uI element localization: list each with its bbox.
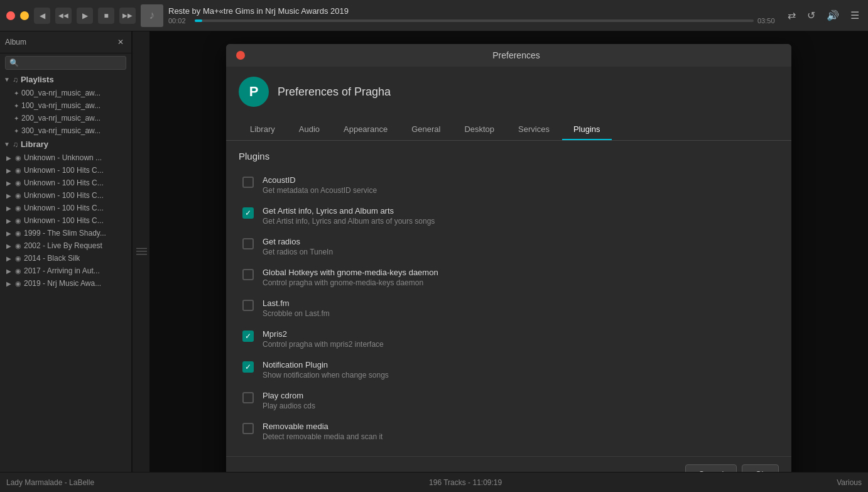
tab-library[interactable]: Library bbox=[239, 119, 286, 140]
tab-general[interactable]: General bbox=[400, 119, 452, 140]
library-item-disc-3: ◉ bbox=[15, 192, 21, 200]
library-item-6[interactable]: ▶ ◉ 1999 - The Slim Shady... bbox=[0, 227, 131, 239]
ok-button[interactable]: Ok bbox=[742, 464, 779, 472]
library-item-disc-6: ◉ bbox=[15, 229, 21, 238]
track-info: Reste by Ma+«tre Gims in Nrj Music Award… bbox=[168, 6, 780, 25]
plugin-checkbox-radios[interactable] bbox=[242, 238, 254, 249]
library-item-arrow-10: ▶ bbox=[6, 280, 13, 287]
plugin-info-removable: Removable media Detect removable media a… bbox=[263, 422, 382, 441]
plugin-checkbox-lastfm[interactable] bbox=[242, 300, 254, 311]
library-item-8[interactable]: ▶ ◉ 2014 - Black Silk bbox=[0, 252, 131, 265]
library-section: ▼ ♫ Library ▶ ◉ Unknown - Unknown ... ▶ … bbox=[0, 137, 131, 290]
playlists-label: Playlists bbox=[21, 75, 54, 84]
playlist-item-label-1: 100_va-nrj_music_aw... bbox=[21, 101, 100, 110]
play-btn[interactable]: ▶ bbox=[77, 8, 93, 24]
tab-appearance[interactable]: Appearance bbox=[332, 119, 399, 140]
plugin-desc-notification: Show notification when change songs bbox=[263, 371, 389, 380]
playlists-toggle-icon: ▼ bbox=[4, 76, 10, 83]
search-input[interactable] bbox=[5, 56, 126, 70]
volume-icon: ||| bbox=[134, 247, 148, 256]
library-item-disc-10: ◉ bbox=[15, 280, 21, 288]
library-item-label-3: Unknown - 100 Hits C... bbox=[24, 191, 104, 200]
playlist-item-0[interactable]: ✦ 000_va-nrj_music_aw... bbox=[0, 87, 131, 99]
rewind-btn[interactable]: ◀◀ bbox=[55, 8, 72, 24]
library-item-4[interactable]: ▶ ◉ Unknown - 100 Hits C... bbox=[0, 202, 131, 214]
plugin-checkbox-acoustid[interactable] bbox=[242, 177, 254, 188]
library-label: Library bbox=[21, 139, 48, 149]
library-item-arrow-2: ▶ bbox=[6, 180, 13, 187]
prev-btn[interactable]: ◀ bbox=[34, 8, 50, 24]
playlist-item-label-3: 300_va-nrj_music_aw... bbox=[21, 126, 100, 135]
modal-title: Preferences bbox=[251, 50, 781, 60]
modal-footer: Cancel Ok bbox=[226, 456, 791, 472]
library-item-10[interactable]: ▶ ◉ 2019 - Nrj Music Awa... bbox=[0, 277, 131, 290]
time-current: 00:02 bbox=[168, 17, 191, 25]
library-item-label-2: Unknown - 100 Hits C... bbox=[24, 178, 104, 187]
plugin-info-artist-info: Get Artist info, Lyrics and Album arts G… bbox=[263, 206, 435, 226]
volume-btn[interactable]: 🔊 bbox=[824, 7, 842, 24]
plugin-row-hotkeys: Global Hotkeys with gnome-media-keys dae… bbox=[239, 263, 779, 292]
close-window-btn[interactable] bbox=[6, 11, 15, 20]
library-item-5[interactable]: ▶ ◉ Unknown - 100 Hits C... bbox=[0, 214, 131, 227]
plugin-desc-lastfm: Scrobble on Last.fm bbox=[263, 309, 330, 318]
plugin-checkbox-removable[interactable] bbox=[242, 423, 254, 434]
status-track: Lady Marmalade - LaBelle bbox=[6, 478, 94, 487]
playlists-header[interactable]: ▼ ♫ Playlists bbox=[0, 72, 131, 87]
library-item-0[interactable]: ▶ ◉ Unknown - Unknown ... bbox=[0, 151, 131, 164]
progress-bar-container: 00:02 03:50 bbox=[168, 17, 780, 25]
library-item-label-6: 1999 - The Slim Shady... bbox=[24, 229, 106, 238]
playlist-item-1[interactable]: ✦ 100_va-nrj_music_aw... bbox=[0, 99, 131, 112]
playlist-item-2[interactable]: ✦ 200_va-nrj_music_aw... bbox=[0, 112, 131, 124]
library-item-9[interactable]: ▶ ◉ 2017 - Arriving in Aut... bbox=[0, 265, 131, 277]
playlist-item-3[interactable]: ✦ 300_va-nrj_music_aw... bbox=[0, 124, 131, 137]
topbar: ◀ ◀◀ ▶ ■ ▶▶ ♪ Reste by Ma+«tre Gims in N… bbox=[0, 0, 868, 31]
content-area: Preferences P Preferences of Pragha Libr… bbox=[149, 31, 868, 472]
plugin-info-lastfm: Last.fm Scrobble on Last.fm bbox=[263, 298, 330, 318]
plugin-checkbox-hotkeys[interactable] bbox=[242, 269, 254, 280]
cancel-button[interactable]: Cancel bbox=[685, 464, 737, 472]
plugin-checkbox-artist-info[interactable] bbox=[242, 207, 254, 219]
library-item-3[interactable]: ▶ ◉ Unknown - 100 Hits C... bbox=[0, 189, 131, 202]
settings-btn[interactable]: ☰ bbox=[848, 7, 862, 24]
tab-audio[interactable]: Audio bbox=[288, 119, 331, 140]
repeat-btn[interactable]: ↺ bbox=[805, 7, 818, 24]
plugin-checkbox-cdrom[interactable] bbox=[242, 392, 254, 403]
plugin-info-mpris2: Mpris2 Control pragha with mpris2 interf… bbox=[263, 329, 384, 349]
plugin-name-lastfm: Last.fm bbox=[263, 298, 330, 308]
library-item-disc-8: ◉ bbox=[15, 254, 21, 263]
library-header[interactable]: ▼ ♫ Library bbox=[0, 137, 131, 151]
library-item-1[interactable]: ▶ ◉ Unknown - 100 Hits C... bbox=[0, 164, 131, 177]
next-btn[interactable]: ▶▶ bbox=[119, 8, 136, 24]
progress-bar[interactable] bbox=[195, 19, 754, 22]
plugin-row-notification: Notification Plugin Show notification wh… bbox=[239, 355, 779, 385]
tab-services[interactable]: Services bbox=[507, 119, 561, 140]
library-item-2[interactable]: ▶ ◉ Unknown - 100 Hits C... bbox=[0, 177, 131, 189]
library-item-arrow-0: ▶ bbox=[6, 155, 13, 161]
playlist-item-icon-3: ✦ bbox=[14, 128, 19, 134]
modal-close-btn[interactable] bbox=[236, 51, 245, 60]
plugin-desc-removable: Detect removable media and scan it bbox=[263, 432, 382, 441]
plugin-row-radios: Get radios Get radios on TuneIn bbox=[239, 232, 779, 261]
time-total: 03:50 bbox=[757, 17, 780, 25]
sidebar-menu-btn[interactable]: ✕ bbox=[115, 35, 126, 49]
plugin-info-cdrom: Play cdrom Play audios cds bbox=[263, 391, 315, 410]
modal-logo: P bbox=[239, 77, 269, 107]
plugin-checkbox-mpris2[interactable] bbox=[242, 331, 254, 342]
plugin-checkbox-notification[interactable] bbox=[242, 361, 254, 373]
plugins-list: AcoustID Get metadata on AcoustID servic… bbox=[239, 170, 779, 446]
library-item-disc-4: ◉ bbox=[15, 204, 21, 212]
library-item-disc-2: ◉ bbox=[15, 179, 21, 187]
stop-btn[interactable]: ■ bbox=[98, 8, 114, 24]
shuffle-btn[interactable]: ⇄ bbox=[785, 7, 798, 24]
minimize-window-btn[interactable] bbox=[20, 11, 29, 20]
library-item-7[interactable]: ▶ ◉ 2002 - Live By Request bbox=[0, 239, 131, 252]
plugin-row-lastfm: Last.fm Scrobble on Last.fm bbox=[239, 293, 779, 323]
library-item-arrow-9: ▶ bbox=[6, 268, 13, 275]
progress-fill bbox=[195, 19, 202, 22]
tab-desktop[interactable]: Desktop bbox=[453, 119, 506, 140]
plugin-name-mpris2: Mpris2 bbox=[263, 329, 384, 339]
plugin-info-acoustid: AcoustID Get metadata on AcoustID servic… bbox=[263, 175, 377, 195]
plugin-name-cdrom: Play cdrom bbox=[263, 391, 315, 400]
plugin-row-mpris2: Mpris2 Control pragha with mpris2 interf… bbox=[239, 324, 779, 354]
tab-plugins[interactable]: Plugins bbox=[562, 119, 612, 140]
